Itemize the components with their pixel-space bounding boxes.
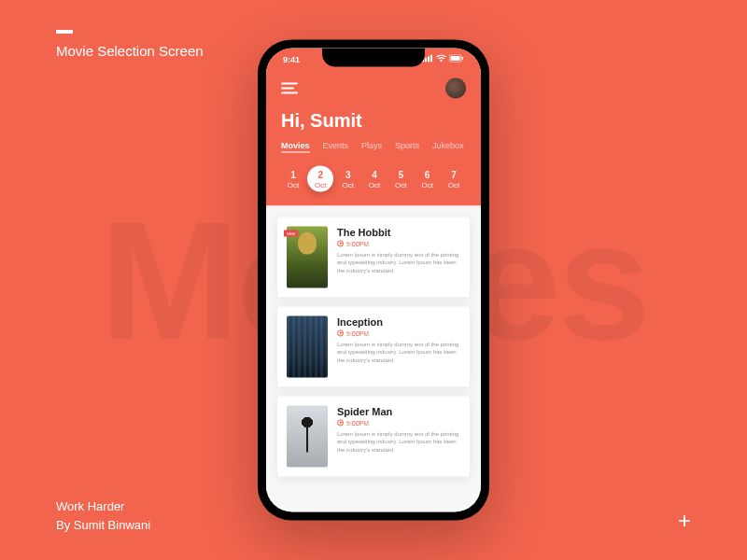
battery-icon — [449, 55, 464, 64]
tab-events[interactable]: Events — [323, 141, 349, 153]
movie-time: 9:00PM — [337, 330, 460, 337]
svg-rect-5 — [451, 56, 460, 61]
date-3[interactable]: 3Oct — [336, 166, 360, 193]
movie-description: Lorem Ipsum is simply dummy text of the … — [337, 430, 460, 454]
phone-screen: 9:41 Hi, Sumit Movies Event — [266, 49, 481, 512]
date-4[interactable]: 4Oct — [362, 166, 387, 193]
footer-line-2: By Sumit Binwani — [56, 516, 150, 535]
greeting-text: Hi, Sumit — [281, 110, 466, 132]
date-2[interactable]: 2Oct — [307, 166, 333, 192]
svg-rect-1 — [425, 58, 427, 63]
movie-time: 9:00PM — [337, 241, 460, 247]
page-title-block: Movie Selection Screen — [56, 30, 204, 59]
clock-icon — [337, 420, 344, 427]
phone-notch — [322, 49, 425, 67]
menu-icon[interactable] — [281, 83, 298, 94]
svg-rect-6 — [462, 57, 464, 60]
movie-poster — [287, 406, 328, 468]
page-footer: Work Harder By Sumit Binwani — [56, 497, 150, 534]
svg-rect-2 — [428, 57, 430, 63]
plus-icon: + — [678, 508, 691, 534]
movie-title: The Hobbit — [337, 227, 460, 238]
page-title: Movie Selection Screen — [56, 43, 204, 59]
movie-title: Spider Man — [337, 406, 460, 417]
date-1[interactable]: 1Oct — [281, 166, 305, 193]
movie-title: Inception — [337, 316, 460, 328]
wifi-icon — [436, 55, 446, 64]
title-dash-icon — [56, 30, 73, 34]
movie-description: Lorem Ipsum is simply dummy text of the … — [337, 341, 460, 364]
movie-card[interactable]: Spider Man 9:00PM Lorem Ipsum is simply … — [277, 397, 470, 477]
date-6[interactable]: 6Oct — [416, 166, 440, 193]
clock-icon — [337, 241, 344, 247]
svg-rect-3 — [430, 55, 432, 63]
date-picker: 1Oct 2Oct 3Oct 4Oct 5Oct 6Oct 7Oct — [281, 166, 466, 193]
movie-time: 9:00PM — [337, 420, 460, 427]
movie-poster: NEW — [287, 227, 328, 288]
date-7[interactable]: 7Oct — [442, 166, 466, 193]
category-tabs: Movies Events Plays Sports Jukebox — [281, 141, 466, 153]
movie-poster — [287, 316, 328, 378]
movie-card[interactable]: Inception 9:00PM Lorem Ipsum is simply d… — [277, 307, 470, 387]
date-5[interactable]: 5Oct — [388, 166, 413, 193]
tab-jukebox[interactable]: Jukebox — [432, 141, 464, 153]
clock-icon — [337, 330, 344, 337]
movie-description: Lorem Ipsum is simply dummy text of the … — [337, 251, 460, 274]
tab-sports[interactable]: Sports — [395, 141, 419, 153]
phone-frame: 9:41 Hi, Sumit Movies Event — [258, 40, 489, 521]
tab-plays[interactable]: Plays — [361, 141, 382, 153]
tab-movies[interactable]: Movies — [281, 141, 310, 153]
footer-line-1: Work Harder — [56, 497, 150, 516]
movie-list[interactable]: NEW The Hobbit 9:00PM Lorem Ipsum is sim… — [266, 206, 481, 512]
new-tag-icon: NEW — [284, 231, 298, 237]
app-header: Hi, Sumit Movies Events Plays Sports Juk… — [266, 49, 481, 206]
avatar[interactable] — [445, 78, 466, 99]
movie-card[interactable]: NEW The Hobbit 9:00PM Lorem Ipsum is sim… — [277, 217, 470, 298]
status-time: 9:41 — [283, 55, 300, 64]
